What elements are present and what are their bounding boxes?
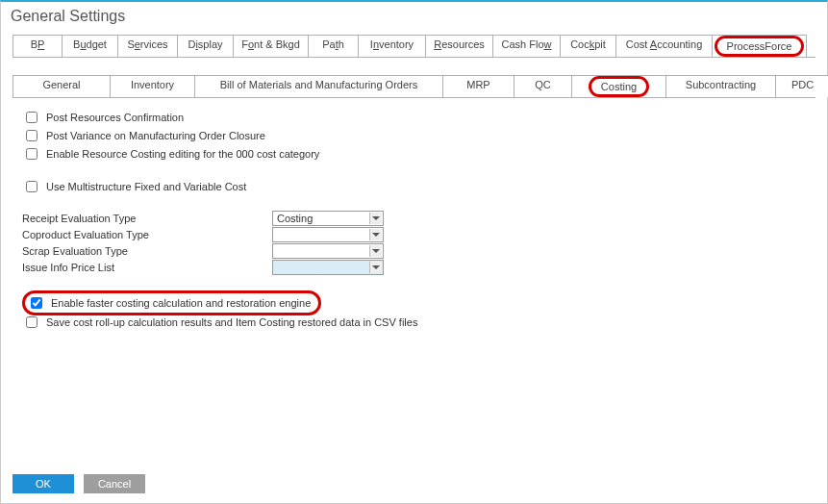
tab-resources[interactable]: Resources (426, 35, 493, 57)
tab-path[interactable]: Path (309, 35, 359, 57)
select-issue-info[interactable] (272, 260, 384, 275)
tab-display[interactable]: Display (178, 35, 234, 57)
row-receipt-eval: Receipt Evaluation Type Costing (22, 211, 806, 226)
checkbox-enable-resource-costing[interactable] (26, 148, 38, 160)
label-scrap-eval: Scrap Evaluation Type (22, 245, 272, 257)
checkbox-label: Save cost roll-up calculation results an… (46, 316, 417, 328)
content-area: Post Resources Confirmation Post Varianc… (1, 98, 827, 331)
subtab-pdc[interactable]: PDC (776, 75, 828, 97)
subtab-bom[interactable]: Bill of Materials and Manufacturing Orde… (195, 75, 443, 97)
tab-cash-flow[interactable]: Cash Flow (493, 35, 561, 57)
row-coproduct-eval: Coproduct Evaluation Type (22, 227, 806, 242)
checkbox-post-resources[interactable] (26, 112, 38, 123)
select-receipt-eval[interactable]: Costing (272, 211, 384, 226)
label-coproduct-eval: Coproduct Evaluation Type (22, 229, 272, 240)
checkbox-label: Post Variance on Manufacturing Order Clo… (46, 130, 265, 141)
highlight-oval: Enable faster costing calculation and re… (22, 290, 321, 315)
tab-processforce[interactable]: ProcessForce (713, 35, 807, 57)
subtab-inventory[interactable]: Inventory (111, 75, 195, 97)
row-scrap-eval: Scrap Evaluation Type (22, 243, 806, 259)
checkbox-label: Enable faster costing calculation and re… (51, 297, 311, 309)
checkbox-multistructure[interactable] (26, 181, 38, 192)
select-coproduct-eval[interactable] (272, 227, 384, 242)
checkbox-enable-faster-costing[interactable] (31, 297, 42, 309)
cancel-button[interactable]: Cancel (84, 474, 145, 493)
tab-font-bkgd[interactable]: Font & Bkgd (234, 35, 309, 57)
select-scrap-eval[interactable] (272, 243, 384, 259)
subtab-mrp[interactable]: MRP (443, 75, 514, 97)
check-multistructure: Use Multistructure Fixed and Variable Co… (22, 178, 806, 195)
checkbox-label: Post Resources Confirmation (46, 112, 184, 123)
chevron-down-icon (369, 213, 382, 224)
check-save-csv: Save cost roll-up calculation results an… (22, 314, 806, 331)
tab-cost-accounting[interactable]: Cost Accounting (616, 35, 713, 57)
check-post-variance: Post Variance on Manufacturing Order Clo… (22, 127, 806, 144)
row-issue-info: Issue Info Price List (22, 260, 806, 275)
tab-cockpit[interactable]: Cockpit (561, 35, 616, 57)
footer-buttons: OK Cancel (13, 474, 145, 493)
subtab-qc[interactable]: QC (514, 75, 572, 97)
subtab-general[interactable]: General (13, 75, 111, 97)
tab-inventory[interactable]: Inventory (359, 35, 426, 57)
general-settings-window: General Settings BP Budget Services Disp… (0, 0, 828, 504)
label-receipt-eval: Receipt Evaluation Type (22, 213, 272, 224)
tab-budget[interactable]: Budget (63, 35, 118, 57)
checkbox-label: Use Multistructure Fixed and Variable Co… (46, 181, 246, 192)
sub-tab-row: General Inventory Bill of Materials and … (13, 75, 815, 98)
tab-services[interactable]: Services (118, 35, 178, 57)
chevron-down-icon (369, 245, 382, 257)
label-issue-info: Issue Info Price List (22, 262, 272, 273)
subtab-costing[interactable]: Costing (572, 75, 666, 97)
select-value: Costing (277, 213, 313, 224)
checkbox-post-variance[interactable] (26, 130, 38, 141)
chevron-down-icon (369, 262, 382, 273)
check-post-resources: Post Resources Confirmation (22, 109, 806, 126)
check-enable-resource-costing: Enable Resource Costing editing for the … (22, 145, 806, 163)
top-tab-row: BP Budget Services Display Font & Bkgd P… (13, 35, 815, 58)
chevron-down-icon (369, 229, 382, 240)
checkbox-label: Enable Resource Costing editing for the … (46, 148, 319, 160)
ok-button[interactable]: OK (13, 474, 74, 493)
window-title: General Settings (1, 2, 827, 35)
check-enable-faster-costing: Enable faster costing calculation and re… (22, 290, 806, 315)
tab-bp[interactable]: BP (13, 35, 63, 57)
subtab-subcontracting[interactable]: Subcontracting (666, 75, 776, 97)
checkbox-save-csv[interactable] (26, 316, 38, 328)
